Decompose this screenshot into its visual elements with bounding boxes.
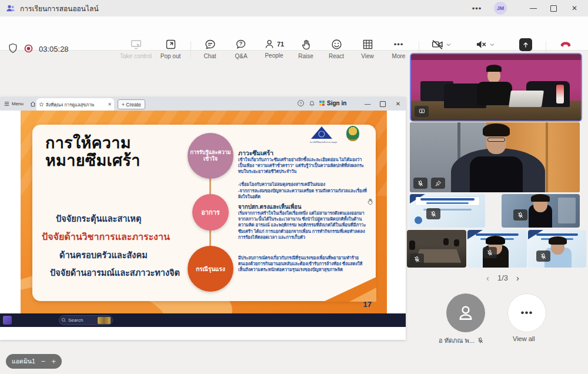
browser-maximize[interactable] — [375, 97, 390, 111]
chat-label: Chat — [203, 53, 216, 59]
qa-button[interactable]: ? Q&A — [228, 38, 254, 59]
participant-video-tile[interactable] — [502, 194, 580, 228]
camera-chevron-icon[interactable] — [445, 41, 452, 48]
mic-off-icon — [517, 212, 524, 219]
leave-call-icon — [559, 38, 573, 51]
browser-minimize[interactable]: — — [360, 97, 375, 111]
participant-video-speaker[interactable] — [410, 53, 582, 122]
zoom-out-button[interactable]: − — [41, 357, 46, 366]
slide-title: การให้ความ หมายซึมเศร้า — [45, 134, 141, 169]
spotlight-badge — [415, 106, 429, 117]
raise-hand-button[interactable]: Raise — [293, 38, 319, 59]
help-icon[interactable]: ? — [297, 99, 305, 107]
participant-video-tile[interactable] — [410, 194, 485, 228]
react-label: React — [329, 53, 344, 59]
participant-body — [470, 156, 523, 192]
slide-point: ปัจจัยกระตุ้นและสาเหตุ — [56, 212, 141, 225]
taskbar-app-icon[interactable] — [3, 316, 12, 325]
maximize-button[interactable] — [543, 0, 563, 16]
participant-video-large[interactable] — [410, 122, 580, 192]
institute-logo-icon — [310, 126, 333, 140]
toolbar-separator — [191, 41, 191, 58]
slide-point: ด้านครอบครัวและสังคม — [59, 248, 148, 262]
participant-video-tile[interactable] — [467, 230, 527, 268]
bookmark-star-icon[interactable] — [39, 102, 44, 107]
tile-slide-text-line — [426, 202, 469, 204]
presentation-slide[interactable]: การให้ความ หมายซึมเศร้า ปัจจัยกระตุ้นและ… — [21, 111, 387, 313]
browser-close[interactable]: ✕ — [390, 97, 406, 111]
mic-muted-badge — [413, 178, 427, 189]
participant-name: อ ทัดภณ พ... — [439, 335, 475, 346]
screen-zoom-pill[interactable]: แอดมิน1 − + — [6, 354, 62, 369]
react-button[interactable]: React — [323, 38, 349, 59]
speaker-hair — [486, 65, 502, 72]
people-count: 71 — [277, 41, 284, 48]
glasses — [487, 138, 505, 142]
window-title: การเรียนการสอนออนไลน์ — [20, 3, 99, 14]
view-all-button[interactable]: ••• — [507, 293, 546, 332]
browser-menu-label[interactable]: Menu — [12, 101, 24, 106]
view-all-label-row: View all — [513, 335, 535, 342]
mic-muted-badge — [513, 209, 527, 221]
view-grid-icon — [362, 38, 374, 51]
pop-out-button[interactable]: Pop out — [155, 38, 186, 59]
meeting-room-person — [454, 239, 459, 246]
slide-right-bullet: -เชื่อมโยงกับความไม่สมดุลของสารเคมีในสมอ… — [238, 182, 369, 188]
chat-button[interactable]: Chat — [197, 38, 223, 59]
mic-off-icon — [430, 211, 437, 218]
meeting-timer: 03:05:28 — [39, 45, 69, 54]
slide-page-number: 17 — [363, 300, 372, 309]
home-icon[interactable] — [29, 101, 36, 108]
people-button[interactable]: 71 People — [259, 38, 289, 59]
take-control-button[interactable]: Take control — [113, 38, 159, 59]
slide-point: ปัจจัยด้านอารมณ์และสภาวะทางจิต — [50, 266, 180, 279]
slide-right-heading: จากปสก.ตรงและเห็นเพื่อน — [238, 202, 369, 211]
royal-emblem-icon — [346, 126, 359, 141]
more-button[interactable]: ••• More — [386, 38, 412, 59]
participant-video-tile[interactable] — [407, 230, 466, 268]
spotlight-icon — [418, 108, 426, 115]
share-icon — [519, 38, 532, 51]
notification-bell-icon[interactable] — [308, 99, 316, 107]
zoom-in-button[interactable]: + — [51, 357, 56, 366]
meeting-room-person — [443, 238, 449, 245]
gallery-page-indicator: 1/3 — [497, 273, 508, 282]
person-icon — [456, 303, 476, 323]
slide-right-paragraph: เข้าใจเกี่ยวกับภาวะซึมเศร้าอย่างลึกซึ้งแ… — [238, 157, 369, 175]
slide-circle-symptoms: อาการ — [192, 194, 229, 231]
meeting-toolbar: 03:05:28 Take control Pop out Chat — [0, 16, 588, 51]
browser-tab[interactable]: สิ่งที่คุณ4 การดูแลสุขภาพ ✕ — [36, 98, 114, 111]
gallery-prev-icon[interactable]: ‹ — [486, 273, 489, 283]
take-control-label: Take control — [120, 53, 152, 59]
mic-muted-badge — [536, 251, 550, 262]
hamburger-menu-icon[interactable] — [4, 101, 10, 107]
slide-right-paragraph: มีประสบการณ์ตรงเกี่ยวกับกรณีที่รุนแรงของ… — [238, 255, 369, 273]
taskbar-search[interactable]: Search — [59, 315, 113, 325]
participant-avatar[interactable] — [446, 293, 485, 332]
svg-text:?: ? — [300, 102, 302, 105]
mic-muted-badge — [426, 208, 440, 219]
sign-in-button[interactable]: Sign in — [327, 100, 346, 106]
security-shield-icon[interactable] — [7, 42, 19, 54]
slide-point-highlight: ปัจจัยด้านวิชาการและภาระงาน — [42, 229, 170, 244]
apps-grid-icon[interactable] — [318, 99, 326, 107]
video-laptop — [509, 91, 544, 107]
minimize-button[interactable]: — — [523, 0, 543, 16]
search-placeholder: Search — [68, 318, 98, 323]
create-button[interactable]: + Create — [118, 99, 145, 109]
participant-hair — [531, 194, 550, 202]
tab-close-icon[interactable]: ✕ — [108, 102, 112, 107]
participant-video-tile[interactable] — [528, 230, 586, 268]
gallery-next-icon[interactable]: › — [516, 273, 519, 283]
hand-cursor-icon — [366, 198, 374, 205]
user-avatar[interactable]: JM — [494, 2, 507, 15]
titlebar-more-icon[interactable]: ••• — [467, 0, 487, 16]
close-button[interactable]: ✕ — [564, 0, 584, 16]
gallery-pagination: ‹ 1/3 › — [470, 273, 535, 283]
mic-chevron-icon[interactable] — [489, 41, 496, 48]
take-control-icon — [130, 38, 142, 51]
mic-muted-badge — [483, 247, 497, 258]
view-button[interactable]: View — [355, 38, 380, 59]
slide-circle-severe: กรณีรุนแรง — [188, 246, 233, 292]
window-frame — [546, 122, 548, 192]
